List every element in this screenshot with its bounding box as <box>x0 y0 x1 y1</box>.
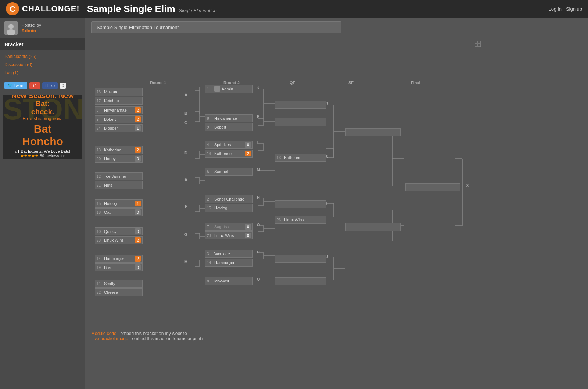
match-t: 23 Linux Wins <box>275 200 326 224</box>
match-v <box>345 128 401 136</box>
signup-link[interactable]: Sign up <box>566 6 582 12</box>
header: C CHALLONGE! Sample Single Elim Single E… <box>0 0 588 18</box>
match-label-p: P <box>256 250 261 254</box>
match-label-g: G <box>184 232 189 237</box>
match-g: 10 Quincy 0 23 Linux Wins 2 <box>95 227 143 245</box>
live-bracket-line: Live bracket image - embed this image in… <box>91 336 582 341</box>
tournament-title: Sample Single Elim <box>87 3 175 15</box>
ad-box: STON New Season. New Bat: check. Free sh… <box>3 95 82 159</box>
match-label-e: E <box>184 177 189 181</box>
round1-label: Round 1 <box>150 80 166 85</box>
match-h-p1: 14 Hamburger 2 <box>95 255 143 263</box>
tournament-title-area: Sample Single Elim Single Elimination <box>87 3 217 15</box>
main-content: Sample Single Elimination Tournament <box>85 18 588 389</box>
match-c-p1: 9 Bobert 2 <box>95 115 143 123</box>
match-d-p2: 20 Honey 0 <box>95 155 143 163</box>
match-j: 1 Admin <box>205 85 253 94</box>
live-bracket-desc: - embed this image in forums or print it <box>129 336 205 341</box>
match-n: 2 Señor Challonge 15 Hotdog <box>205 195 253 213</box>
bracket-section-header: Bracket <box>0 39 85 50</box>
match-o-p1: 7 Sagatsu 0 <box>205 223 253 231</box>
svg-rect-84 <box>478 41 481 43</box>
round2-label: Round 2 <box>223 80 240 85</box>
sidebar-item-participants[interactable]: Participants (25) <box>0 53 85 61</box>
match-c: 9 Bobert 2 24 Blogger 1 <box>95 115 143 133</box>
logo-area: C CHALLONGE! <box>6 2 80 15</box>
match-label-b: B <box>184 111 189 115</box>
svg-rect-83 <box>475 41 477 43</box>
match-x <box>405 183 460 191</box>
module-code-link[interactable]: Module code <box>91 331 116 336</box>
match-label-d: D <box>184 151 189 155</box>
match-u-result2 <box>275 277 326 285</box>
match-label-n: N <box>256 195 261 199</box>
match-label-x: X <box>465 183 470 188</box>
match-k-p2: 9 Bobert <box>205 123 253 131</box>
match-e-p1: 12 Toe Jammer <box>95 172 143 180</box>
ad-title: New Season. New Bat: check. <box>7 95 79 116</box>
hosted-by-label: Hosted by <box>21 23 41 28</box>
quarterfinal-label: QF <box>290 80 295 85</box>
match-p: 3 Wookiee 14 Hamburger <box>205 250 253 267</box>
match-m-p1: 5 Samuel <box>205 168 253 176</box>
live-bracket-link[interactable]: Live bracket image <box>91 336 128 341</box>
module-code-line: Module code - embed this bracket on my w… <box>91 331 582 336</box>
match-r-result2 <box>275 118 326 126</box>
match-f-p2: 18 Oat 0 <box>95 208 143 216</box>
tweet-icon: 🐦 <box>7 83 12 88</box>
match-k-p1: 8 Hinyanamae <box>205 114 253 122</box>
tweet-button[interactable]: 🐦 Tweet <box>4 82 27 89</box>
semifinal-label: SF <box>348 80 354 85</box>
match-label-h: H <box>184 259 189 264</box>
final-label: Final <box>411 80 420 85</box>
svg-text:C: C <box>10 4 15 14</box>
match-c-p2: 24 Blogger 1 <box>95 124 143 132</box>
hosted-by-info: Hosted by Admin <box>21 23 41 33</box>
header-auth: Log in Sign up <box>548 6 582 12</box>
sidebar-nav: Participants (25) Discussion (0) Log (1) <box>0 50 85 79</box>
match-a-p2: 17 Ketchup <box>95 97 143 105</box>
sidebar-item-log[interactable]: Log (1) <box>0 69 85 77</box>
match-s: 13 Katherine <box>275 154 326 162</box>
match-s-result: 13 Katherine <box>275 154 326 162</box>
bracket-links: Module code - embed this bracket on my w… <box>91 331 582 341</box>
match-r-result <box>275 101 326 109</box>
sidebar-item-discussion[interactable]: Discussion (0) <box>0 61 85 69</box>
match-f-p1: 15 Hotdog 1 <box>95 199 143 208</box>
ad-content: New Season. New Bat: check. Free shippin… <box>3 95 82 159</box>
match-label-j: J <box>256 85 261 89</box>
match-i-p1: 11 Smitty <box>95 280 143 288</box>
match-m: 5 Samuel <box>205 168 253 176</box>
match-q-p1: 8 Maxwell <box>205 277 253 285</box>
match-label-a: A <box>184 93 189 97</box>
module-code-desc: - embed this bracket on my website <box>118 331 187 336</box>
match-a: 16 Mustard 17 Ketchup <box>95 88 143 105</box>
match-n-p2: 15 Hotdog <box>205 204 253 212</box>
match-e-p2: 21 Nuts <box>95 181 143 189</box>
social-buttons: 🐦 Tweet +1 f Like 0 <box>0 79 85 92</box>
fb-like-button[interactable]: f Like <box>42 82 58 89</box>
match-w <box>345 223 401 231</box>
match-u-result <box>275 255 326 263</box>
match-w-result <box>345 223 401 231</box>
match-x-result <box>405 183 460 191</box>
admin-avatar-bracket <box>214 86 220 92</box>
fb-like-count: 0 <box>60 83 66 89</box>
login-link[interactable]: Log in <box>548 6 561 12</box>
match-label-i: I <box>184 284 189 289</box>
gplus-button[interactable]: +1 <box>29 82 40 89</box>
expand-icon[interactable] <box>475 41 481 48</box>
match-label-q: Q <box>256 277 261 281</box>
logo-text: CHALLONGE! <box>22 4 80 14</box>
match-r <box>275 101 326 126</box>
svg-rect-86 <box>478 44 481 47</box>
match-l: 4 Sprinkles 0 13 Katherine 2 <box>205 141 253 158</box>
admin-link[interactable]: Admin <box>21 28 41 33</box>
match-a-p1: 16 Mustard <box>95 88 143 96</box>
challonge-logo-icon: C <box>6 2 19 15</box>
match-t-result2: 23 Linux Wins <box>275 216 326 224</box>
match-n-p1: 2 Señor Challonge <box>205 195 253 203</box>
tournament-info-bar: Sample Single Elimination Tournament <box>91 21 341 33</box>
bracket-area: Round 1 Round 2 QF SF Final A 16 Mustard… <box>91 41 481 313</box>
match-label-m: M <box>256 168 261 172</box>
